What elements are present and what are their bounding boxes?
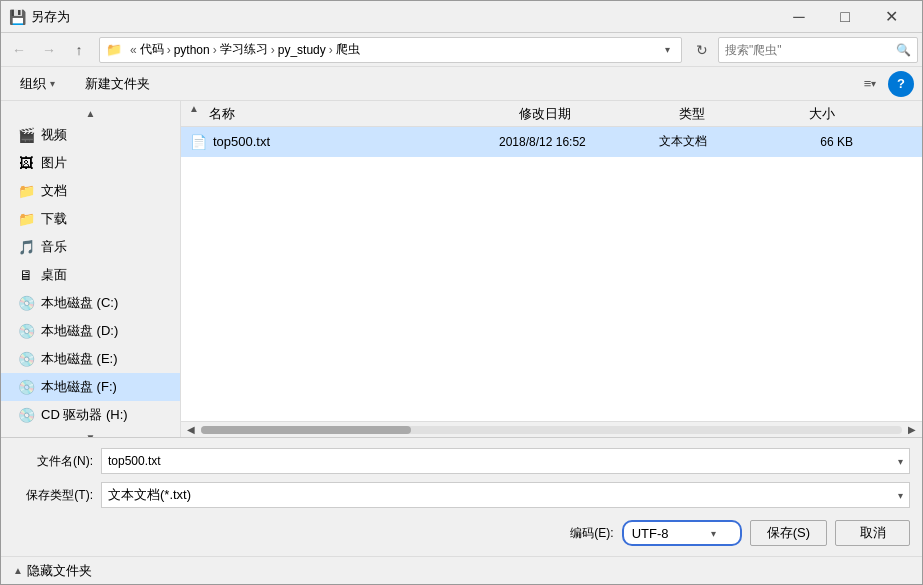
drive-c-icon: 💿 bbox=[17, 294, 35, 312]
breadcrumb-arrow-2: › bbox=[213, 43, 217, 57]
encoding-select[interactable]: UTF-8 ▾ bbox=[622, 520, 742, 546]
table-row[interactable]: 📄 top500.txt 2018/8/12 16:52 文本文档 66 KB bbox=[181, 127, 922, 157]
filename-input[interactable]: top500.txt ▾ bbox=[101, 448, 910, 474]
sidebar-item-documents[interactable]: 📁 文档 bbox=[1, 177, 180, 205]
sidebar-item-label-drive-h: CD 驱动器 (H:) bbox=[41, 406, 128, 424]
sidebar-item-desktop[interactable]: 🖥 桌面 bbox=[1, 261, 180, 289]
breadcrumb-arrow-3: › bbox=[271, 43, 275, 57]
breadcrumb-items: « 代码 › python › 学习练习 › py_study › 爬虫 bbox=[127, 41, 657, 58]
breadcrumb-arrow-1: › bbox=[167, 43, 171, 57]
close-button[interactable]: ✕ bbox=[868, 2, 914, 32]
sidebar-item-drive-c[interactable]: 💿 本地磁盘 (C:) bbox=[1, 289, 180, 317]
sidebar-item-drive-e[interactable]: 💿 本地磁盘 (E:) bbox=[1, 345, 180, 373]
file-date-cell: 2018/8/12 16:52 bbox=[499, 135, 659, 149]
bottom-area: 文件名(N): top500.txt ▾ 保存类型(T): 文本文档(*.txt… bbox=[1, 437, 922, 556]
search-button[interactable]: 🔍 bbox=[896, 43, 911, 57]
back-button[interactable]: ← bbox=[5, 36, 33, 64]
sidebar-item-drive-h[interactable]: 💿 CD 驱动器 (H:) bbox=[1, 401, 180, 429]
save-as-dialog: 💾 另存为 ─ □ ✕ ← → ↑ 📁 « 代码 › python › 学习练习… bbox=[0, 0, 923, 585]
breadcrumb-item-4[interactable]: py_study bbox=[278, 43, 326, 57]
filetype-select[interactable]: 文本文档(*.txt) ▾ bbox=[101, 482, 910, 508]
sidebar-item-drive-f[interactable]: 💿 本地磁盘 (F:) bbox=[1, 373, 180, 401]
save-button[interactable]: 保存(S) bbox=[750, 520, 827, 546]
sidebar-scroll-up[interactable]: ▲ bbox=[1, 105, 180, 121]
sidebar-item-drive-d[interactable]: 💿 本地磁盘 (D:) bbox=[1, 317, 180, 345]
breadcrumb-item-3[interactable]: 学习练习 bbox=[220, 41, 268, 58]
cancel-button[interactable]: 取消 bbox=[835, 520, 910, 546]
h-scroll-left-button[interactable]: ◀ bbox=[183, 422, 199, 438]
sidebar-item-pictures[interactable]: 🖼 图片 bbox=[1, 149, 180, 177]
sidebar-item-label-drive-c: 本地磁盘 (C:) bbox=[41, 294, 118, 312]
sidebar-item-label-music: 音乐 bbox=[41, 238, 67, 256]
column-headers: ▲ 名称 修改日期 类型 大小 bbox=[181, 101, 922, 127]
hide-folders-label: 隐藏文件夹 bbox=[27, 562, 92, 580]
sidebar-item-downloads[interactable]: 📁 下载 bbox=[1, 205, 180, 233]
sort-expand-button[interactable]: ▲ bbox=[189, 103, 199, 114]
col-header-date[interactable]: 修改日期 bbox=[519, 105, 679, 123]
drive-f-icon: 💿 bbox=[17, 378, 35, 396]
col-header-name[interactable]: 名称 bbox=[209, 105, 519, 123]
file-name: top500.txt bbox=[213, 134, 270, 149]
new-folder-label: 新建文件夹 bbox=[85, 75, 150, 93]
breadcrumb-dropdown-arrow[interactable]: ▾ bbox=[659, 38, 675, 62]
minimize-button[interactable]: ─ bbox=[776, 2, 822, 32]
up-button[interactable]: ↑ bbox=[65, 36, 93, 64]
breadcrumb-item-5[interactable]: 爬虫 bbox=[336, 41, 360, 58]
breadcrumb-item-1[interactable]: 代码 bbox=[140, 41, 164, 58]
encoding-select-wrapper: UTF-8 ▾ bbox=[622, 520, 742, 546]
file-name-cell: 📄 top500.txt bbox=[189, 133, 499, 151]
search-bar: 🔍 bbox=[718, 37, 918, 63]
view-icon: ≡ bbox=[864, 76, 872, 91]
sidebar-item-label-drive-f: 本地磁盘 (F:) bbox=[41, 378, 117, 396]
col-name-label: 名称 bbox=[209, 105, 235, 123]
downloads-icon: 📁 bbox=[17, 210, 35, 228]
drive-h-icon: 💿 bbox=[17, 406, 35, 424]
filename-row: 文件名(N): top500.txt ▾ bbox=[13, 446, 910, 476]
encoding-dropdown-arrow: ▾ bbox=[711, 528, 716, 539]
dialog-icon: 💾 bbox=[9, 9, 25, 25]
col-header-size[interactable]: 大小 bbox=[809, 105, 889, 123]
help-label: ? bbox=[897, 76, 905, 91]
encoding-value: UTF-8 bbox=[632, 526, 669, 541]
sidebar-item-music[interactable]: 🎵 音乐 bbox=[1, 233, 180, 261]
sidebar-item-label-videos: 视频 bbox=[41, 126, 67, 144]
title-bar-left: 💾 另存为 bbox=[9, 8, 70, 26]
sidebar-item-label-downloads: 下载 bbox=[41, 210, 67, 228]
drive-e-icon: 💿 bbox=[17, 350, 35, 368]
hide-folders-button[interactable]: ▲ 隐藏文件夹 bbox=[13, 562, 92, 580]
toolbar-right: ≡ ▾ ? bbox=[856, 71, 914, 97]
footer-expand-icon: ▲ bbox=[13, 565, 23, 576]
breadcrumb-item-2[interactable]: python bbox=[174, 43, 210, 57]
help-button[interactable]: ? bbox=[888, 71, 914, 97]
view-button[interactable]: ≡ ▾ bbox=[856, 71, 884, 97]
main-area: ▲ 🎬 视频 🖼 图片 📁 文档 📁 下载 🎵 音乐 🖥 bbox=[1, 101, 922, 437]
breadcrumb: 📁 « 代码 › python › 学习练习 › py_study › 爬虫 ▾ bbox=[99, 37, 682, 63]
encoding-row: 编码(E): UTF-8 ▾ 保存(S) 取消 bbox=[13, 514, 910, 548]
forward-button[interactable]: → bbox=[35, 36, 63, 64]
col-date-label: 修改日期 bbox=[519, 105, 571, 123]
file-list: 📄 top500.txt 2018/8/12 16:52 文本文档 66 KB bbox=[181, 127, 922, 421]
sidebar-item-label-documents: 文档 bbox=[41, 182, 67, 200]
dialog-title: 另存为 bbox=[31, 8, 70, 26]
sidebar-scroll-down[interactable]: ▼ bbox=[1, 429, 180, 437]
organize-dropdown-icon: ▾ bbox=[50, 78, 55, 89]
videos-icon: 🎬 bbox=[17, 126, 35, 144]
filetype-label: 保存类型(T): bbox=[13, 487, 93, 504]
file-type-cell: 文本文档 bbox=[659, 133, 789, 150]
toolbar: 组织 ▾ 新建文件夹 ≡ ▾ ? bbox=[1, 67, 922, 101]
h-scroll-thumb bbox=[201, 426, 411, 434]
search-input[interactable] bbox=[725, 43, 892, 57]
refresh-button[interactable]: ↻ bbox=[688, 36, 716, 64]
maximize-button[interactable]: □ bbox=[822, 2, 868, 32]
col-header-type[interactable]: 类型 bbox=[679, 105, 809, 123]
organize-label: 组织 bbox=[20, 75, 46, 93]
organize-button[interactable]: 组织 ▾ bbox=[9, 71, 66, 97]
filetype-row: 保存类型(T): 文本文档(*.txt) ▾ bbox=[13, 480, 910, 510]
h-scroll-right-button[interactable]: ▶ bbox=[904, 422, 920, 438]
sidebar-item-label-drive-d: 本地磁盘 (D:) bbox=[41, 322, 118, 340]
new-folder-button[interactable]: 新建文件夹 bbox=[74, 71, 161, 97]
sidebar-item-videos[interactable]: 🎬 视频 bbox=[1, 121, 180, 149]
title-bar-controls: ─ □ ✕ bbox=[776, 2, 914, 32]
file-area: ▲ 名称 修改日期 类型 大小 📄 bbox=[181, 101, 922, 437]
col-type-label: 类型 bbox=[679, 105, 705, 123]
